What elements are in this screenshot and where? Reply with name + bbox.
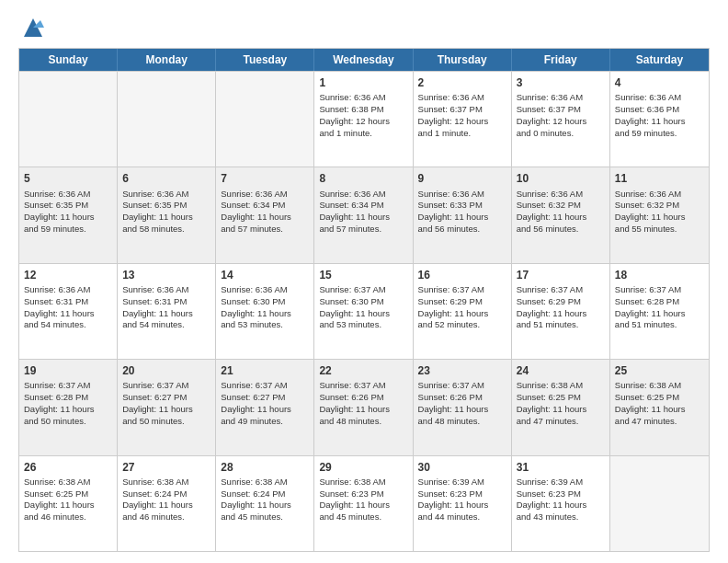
day-info-line: Sunset: 6:32 PM — [517, 200, 605, 212]
day-info-line: Sunrise: 6:38 AM — [319, 477, 407, 488]
day-info-line: Sunrise: 6:37 AM — [221, 380, 309, 392]
day-info-line: Sunset: 6:24 PM — [122, 488, 210, 500]
day-info-line: Daylight: 11 hours — [517, 404, 605, 416]
calendar: SundayMondayTuesdayWednesdayThursdayFrid… — [18, 48, 710, 552]
day-info-line: Sunrise: 6:37 AM — [418, 380, 506, 392]
day-info-line: Sunset: 6:27 PM — [221, 392, 309, 404]
day-info-line: and 52 minutes. — [418, 319, 506, 331]
calendar-row-4: 26Sunrise: 6:38 AMSunset: 6:25 PMDayligh… — [19, 455, 709, 551]
day-info-line: Sunrise: 6:37 AM — [615, 284, 704, 296]
day-number: 5 — [24, 171, 112, 186]
day-info-line: Daylight: 11 hours — [517, 212, 605, 224]
day-info-line: Sunrise: 6:36 AM — [122, 189, 210, 201]
day-info-line: and 53 minutes. — [319, 319, 407, 331]
day-info-line: Sunrise: 6:37 AM — [418, 284, 506, 296]
day-info-line: Sunrise: 6:39 AM — [517, 477, 605, 488]
day-info-line: Sunset: 6:29 PM — [517, 296, 605, 308]
day-info-line: Sunrise: 6:36 AM — [24, 284, 112, 296]
day-info-line: Daylight: 11 hours — [221, 500, 309, 511]
day-info-line: Daylight: 11 hours — [615, 404, 704, 416]
day-info-line: Sunset: 6:30 PM — [221, 296, 309, 308]
day-number: 22 — [319, 363, 407, 378]
day-info-line: and 49 minutes. — [221, 416, 309, 428]
calendar-cell — [610, 456, 709, 551]
day-info-line: Sunrise: 6:36 AM — [615, 92, 704, 104]
calendar-cell — [118, 72, 216, 167]
day-number: 8 — [319, 171, 407, 186]
day-info-line: and 56 minutes. — [418, 224, 506, 236]
day-info-line: Sunset: 6:23 PM — [418, 488, 506, 500]
day-info-line: Daylight: 11 hours — [24, 500, 112, 511]
day-number: 15 — [319, 268, 407, 282]
day-info-line: and 46 minutes. — [24, 511, 112, 523]
day-number: 3 — [517, 75, 605, 90]
day-info-line: Daylight: 11 hours — [221, 308, 309, 320]
day-info-line: and 54 minutes. — [24, 319, 112, 331]
day-info-line: Daylight: 12 hours — [319, 116, 407, 128]
day-info-line: Daylight: 11 hours — [122, 500, 210, 511]
day-number: 7 — [221, 171, 309, 186]
calendar-cell — [19, 72, 118, 167]
day-info-line: Sunset: 6:30 PM — [319, 296, 407, 308]
logo-icon — [20, 15, 46, 40]
day-info-line: Sunrise: 6:38 AM — [221, 477, 309, 488]
day-info-line: Sunrise: 6:38 AM — [24, 477, 112, 488]
calendar-cell: 13Sunrise: 6:36 AMSunset: 6:31 PMDayligh… — [118, 264, 216, 359]
day-info-line: Sunset: 6:32 PM — [615, 200, 704, 212]
day-number: 13 — [122, 268, 210, 282]
day-number: 4 — [615, 75, 704, 90]
day-info-line: Sunset: 6:26 PM — [319, 392, 407, 404]
day-info-line: Daylight: 11 hours — [221, 404, 309, 416]
calendar-body: 1Sunrise: 6:36 AMSunset: 6:38 PMDaylight… — [19, 71, 709, 551]
day-number: 27 — [122, 460, 210, 475]
day-number: 10 — [517, 171, 605, 186]
day-info-line: Daylight: 11 hours — [319, 500, 407, 511]
day-info-line: Daylight: 11 hours — [122, 212, 210, 224]
day-info-line: Daylight: 11 hours — [418, 212, 506, 224]
day-info-line: and 55 minutes. — [615, 224, 704, 236]
day-header-saturday: Saturday — [610, 49, 709, 71]
day-number: 9 — [418, 171, 506, 186]
day-info-line: Sunrise: 6:37 AM — [319, 380, 407, 392]
day-info-line: and 43 minutes. — [517, 511, 605, 523]
day-info-line: and 46 minutes. — [122, 511, 210, 523]
day-number: 26 — [24, 460, 112, 475]
calendar-row-3: 19Sunrise: 6:37 AMSunset: 6:28 PMDayligh… — [19, 359, 709, 454]
day-number: 19 — [24, 363, 112, 378]
day-info-line: Daylight: 11 hours — [319, 404, 407, 416]
calendar-cell: 27Sunrise: 6:38 AMSunset: 6:24 PMDayligh… — [118, 456, 216, 551]
day-info-line: and 56 minutes. — [517, 224, 605, 236]
day-info-line: and 51 minutes. — [615, 319, 704, 331]
day-info-line: and 1 minute. — [319, 128, 407, 140]
header — [18, 15, 710, 40]
day-info-line: Sunrise: 6:36 AM — [24, 189, 112, 201]
calendar-header: SundayMondayTuesdayWednesdayThursdayFrid… — [19, 49, 709, 71]
day-info-line: Sunrise: 6:36 AM — [615, 189, 704, 201]
day-info-line: Sunrise: 6:36 AM — [517, 92, 605, 104]
day-header-friday: Friday — [512, 49, 610, 71]
day-info-line: Sunset: 6:34 PM — [319, 200, 407, 212]
day-number: 31 — [517, 460, 605, 475]
day-info-line: and 51 minutes. — [517, 319, 605, 331]
day-info-line: Sunrise: 6:38 AM — [517, 380, 605, 392]
day-info-line: and 47 minutes. — [615, 416, 704, 428]
day-info-line: and 44 minutes. — [418, 511, 506, 523]
day-info-line: and 54 minutes. — [122, 319, 210, 331]
calendar-cell: 11Sunrise: 6:36 AMSunset: 6:32 PMDayligh… — [610, 167, 709, 262]
day-number: 24 — [517, 363, 605, 378]
calendar-cell: 15Sunrise: 6:37 AMSunset: 6:30 PMDayligh… — [314, 264, 413, 359]
day-header-tuesday: Tuesday — [216, 49, 314, 71]
day-number: 2 — [418, 75, 506, 90]
day-info-line: Sunrise: 6:36 AM — [122, 284, 210, 296]
calendar-cell: 28Sunrise: 6:38 AMSunset: 6:24 PMDayligh… — [216, 456, 314, 551]
day-info-line: and 59 minutes. — [24, 224, 112, 236]
day-number: 28 — [221, 460, 309, 475]
day-info-line: Sunset: 6:35 PM — [122, 200, 210, 212]
day-number: 20 — [122, 363, 210, 378]
day-header-thursday: Thursday — [414, 49, 512, 71]
day-info-line: Sunset: 6:24 PM — [221, 488, 309, 500]
day-info-line: Sunset: 6:33 PM — [418, 200, 506, 212]
day-number: 30 — [418, 460, 506, 475]
day-number: 11 — [615, 171, 704, 186]
calendar-cell: 12Sunrise: 6:36 AMSunset: 6:31 PMDayligh… — [19, 264, 118, 359]
